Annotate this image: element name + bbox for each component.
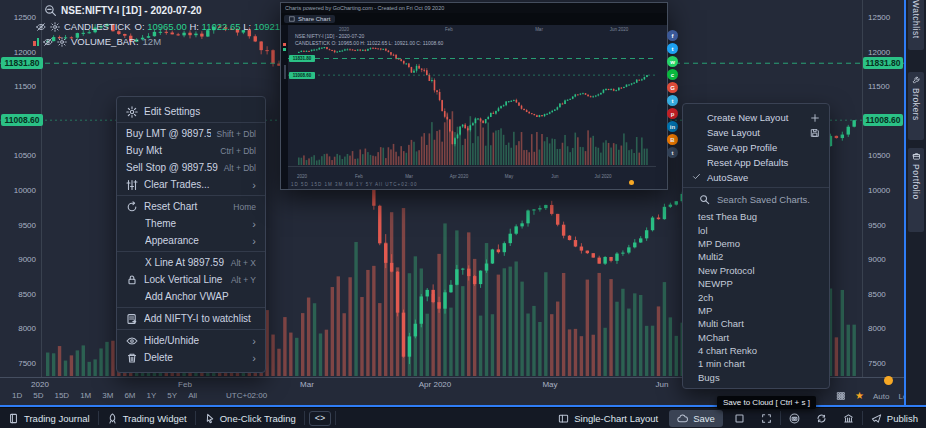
camera-icon [789,413,800,424]
tab-share-chart[interactable]: Share Chart [284,15,335,23]
zoom-out-icon[interactable] [44,4,57,17]
context-menu-item-buy-mkt[interactable]: Buy MktCtrl + Dbl [117,142,265,159]
saved-chart-mchart[interactable]: MChart [683,331,829,344]
saved-chart-4-chart-renko[interactable]: 4 chart Renko [683,344,829,357]
ohlc-value: 11022.65 [199,21,243,32]
context-menu-item-x-line-at-9897-59[interactable]: X Line At 9897.59Alt + X [117,254,265,271]
timeframe-5y[interactable]: 5Y [167,391,177,400]
saved-chart-mp[interactable]: MP [683,304,829,317]
saved-chart-2ch[interactable]: 2ch [683,290,829,303]
timeframe-bar: 1D5D15D1M3M6M1Y5YAllUTC+02:00 [12,391,267,400]
googleplus-icon[interactable]: G [667,82,678,93]
auto-scale-toggle[interactable]: Auto [873,392,889,401]
context-menu-item-hide-unhide[interactable]: Hide/Unhide› [117,332,265,349]
context-menu-item-buy-lmt-9897-59[interactable]: Buy LMT @ 9897.59Shift + Dbl [117,125,265,142]
snapshot-region-button[interactable] [726,408,753,428]
fullscreen-button[interactable] [753,408,780,428]
eye-off-icon[interactable] [43,37,53,47]
reset-icon [126,201,138,213]
sync-button[interactable] [808,408,835,428]
price-tick: 10000 [868,186,890,195]
whatsapp-icon[interactable]: w [667,56,678,67]
favorite-star-icon[interactable]: ★ [855,391,864,401]
context-menu-item-clear-trades[interactable]: Clear Trades...› [117,176,265,193]
wechat-icon[interactable]: c [667,69,678,80]
saved-chart-bugs[interactable]: Bugs [683,371,829,384]
saved-chart-lol[interactable]: lol [683,223,829,236]
single-chart-layout-button[interactable]: Single-Chart Layout [550,408,666,428]
context-menu-item-appearance[interactable]: Appearance› [117,232,265,249]
publish-button[interactable]: Publish [863,408,926,428]
timezone-label[interactable]: UTC+02:00 [226,391,267,400]
screenshot-button[interactable] [781,408,808,428]
saved-chart-1-min-chart[interactable]: 1 min chart [683,357,829,370]
timeframe-all[interactable]: All [188,391,197,400]
menu-item-label: Reset App Defaults [707,157,820,168]
menu-item-label: Appearance [145,235,246,246]
tumblr-icon[interactable]: t [667,147,678,158]
timeframe-5d[interactable]: 5D [33,391,43,400]
side-tab-brokers[interactable]: Brokers [908,72,924,140]
layout-menu-item-create-new-layout[interactable]: Create New Layout [683,110,829,125]
context-menu-section: Buy LMT @ 9897.59Shift + DblBuy MktCtrl … [117,123,265,196]
saved-chart-mp-demo[interactable]: MP Demo [683,237,829,250]
price-tick: 8500 [0,290,36,299]
saved-chart-multi-chart[interactable]: Multi Chart [683,317,829,330]
twitter-icon[interactable]: t [667,43,678,54]
button-label: <> [315,413,326,423]
trading-widget-button[interactable]: Trading Widget [99,408,195,428]
saved-chart-test-thea-bug[interactable]: test Thea Bug [683,210,829,223]
layout-menu-item-autosave[interactable]: AutoSave [683,170,829,185]
timeframe-1m[interactable]: 1M [80,391,91,400]
context-menu-item-lock-vertical-line[interactable]: Lock Vertical LineAlt + Y [117,271,265,288]
save-button[interactable]: Save [669,410,723,427]
side-tab-strip: WatchlistBrokersPortfolio [906,0,926,405]
gear-icon[interactable] [57,37,67,47]
pinterest-icon[interactable]: p [667,108,678,119]
timeframe-6m[interactable]: 6M [124,391,135,400]
price-tick: 10500 [0,151,36,160]
context-menu-item-add-anchor-vwap[interactable]: Add Anchor VWAP [117,288,265,305]
context-menu-item-theme[interactable]: Theme› [117,215,265,232]
layout-menu-item-save-app-profile[interactable]: Save App Profile [683,140,829,155]
context-menu-item-add-nifty-i-to-watchlist[interactable]: Add NIFTY-I to watchlist [117,310,265,327]
one-click-trading-button[interactable]: One-Click Trading [196,408,304,428]
replay-dot[interactable] [884,376,893,385]
volume-bars-icon [33,38,39,46]
saved-chart-multi2[interactable]: Multi2 [683,250,829,263]
gear-icon[interactable] [50,22,60,32]
symbol-title: NSE:NIFTY-I [1D] - 2020-07-20 [61,5,202,16]
blogger-icon[interactable]: B [667,134,678,145]
context-menu-item-sell-stop-9897-59[interactable]: Sell Stop @ 9897.59Alt + Dbl [117,159,265,176]
context-menu-section: Add NIFTY-I to watchlist [117,308,265,330]
saved-charts-search-input[interactable]: Search Saved Charts. [683,188,829,210]
mini-time-tick: Mar [535,27,543,32]
saved-chart-new-protocol[interactable]: New Protocol [683,264,829,277]
price-tag-last: 11008.60 [863,114,903,126]
layout-icon [558,413,569,424]
marketplace-button[interactable] [835,408,862,428]
pointer-icon [204,413,215,424]
context-menu-item-reset-chart[interactable]: Reset ChartHome [117,198,265,215]
layout-menu-item-reset-app-defaults[interactable]: Reset App Defaults [683,155,829,170]
log-scale-toggle[interactable]: Log [898,392,904,401]
mini-time-tick: Mar [405,174,413,179]
context-menu-item-edit-settings[interactable]: Edit Settings [117,103,265,120]
mini-time-tick: 2020 [297,174,307,179]
telegram-icon[interactable]: t [667,95,678,106]
timeframe-1d[interactable]: 1D [12,391,22,400]
linkedin-icon[interactable]: in [667,121,678,132]
timeframe-3m[interactable]: 3M [102,391,113,400]
trading-journal-button[interactable]: Trading Journal [0,408,98,428]
saved-chart-newpp[interactable]: NEWPP [683,277,829,290]
embed-code-button[interactable]: <> [309,411,332,426]
side-tab-portfolio[interactable]: Portfolio [908,148,924,232]
context-menu-item-delete[interactable]: Delete› [117,349,265,366]
facebook-icon[interactable]: f [667,30,678,41]
grid-icon[interactable] [836,391,846,401]
timeframe-1y[interactable]: 1Y [147,391,157,400]
layout-menu-item-save-layout[interactable]: Save Layout [683,125,829,140]
side-tab-watchlist[interactable]: Watchlist [908,0,924,50]
eye-off-icon[interactable] [36,22,46,32]
timeframe-15d[interactable]: 15D [54,391,69,400]
